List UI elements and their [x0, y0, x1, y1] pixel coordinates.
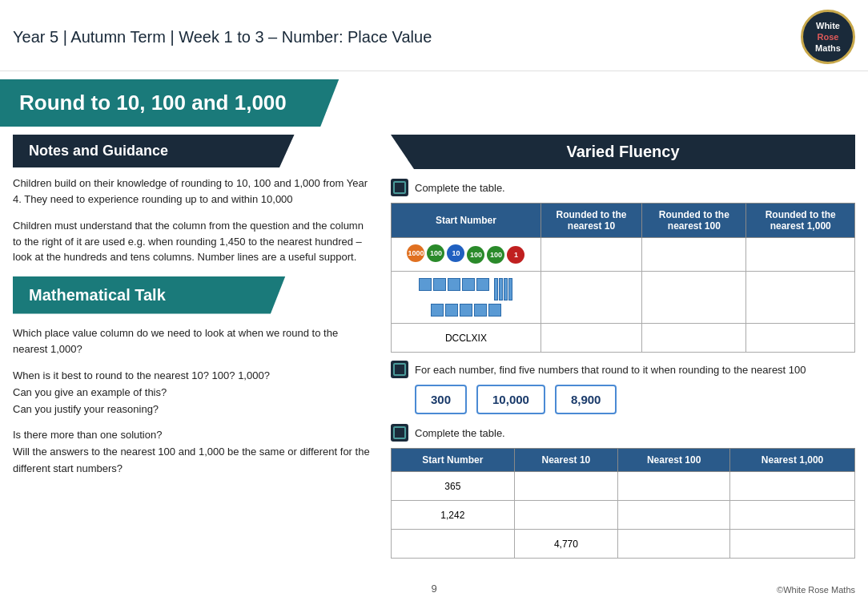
table2-row1-n100	[618, 472, 730, 501]
notes-para2: Children must understand that the column…	[13, 218, 372, 265]
table2-row3-n1000	[730, 530, 855, 559]
cube-display	[400, 278, 532, 317]
task3-label: Complete the table.	[415, 424, 505, 442]
table1-header-r10: Rounded to the nearest 10	[540, 204, 642, 238]
varied-fluency-title: Varied Fluency	[410, 143, 836, 161]
circles-display: 1000 100 10 100 100 1	[400, 244, 532, 264]
num-box-10000: 10,000	[476, 385, 545, 414]
varied-fluency-header: Varied Fluency	[391, 135, 855, 169]
task2-numbers-row: 300 10,000 8,900	[415, 385, 855, 414]
table1-row1-r100	[642, 238, 746, 272]
page-footer: 9	[0, 583, 868, 595]
table1-row1-r1000	[746, 238, 855, 272]
copyright-text: ©White Rose Maths	[777, 585, 855, 595]
table-row: 4,770	[392, 530, 855, 559]
table1-row2-r10	[540, 272, 642, 324]
section-title-bar: Round to 10, 100 and 1,000	[0, 79, 368, 127]
table2-row1-n1000	[730, 472, 855, 501]
main-content: Notes and Guidance Children build on the…	[0, 127, 868, 567]
table1-row2-r1000	[746, 272, 855, 324]
table1-row3-r10	[540, 324, 642, 353]
right-column: Varied Fluency Complete the table. Start…	[384, 127, 868, 567]
task2-label: For each number, find five numbers that …	[415, 361, 806, 378]
task3-row: Complete the table.	[391, 424, 855, 442]
table2-header-n10: Nearest 10	[514, 449, 617, 472]
notes-guidance-header: Notes and Guidance	[13, 135, 309, 167]
table2-row2-n10	[514, 501, 617, 530]
mathematical-talk-header: Mathematical Talk	[13, 276, 309, 314]
table1-header-start: Start Number	[392, 204, 541, 238]
table-row: 365	[392, 472, 855, 501]
page-number: 9	[431, 583, 436, 595]
table1-header-r1000: Rounded to the nearest 1,000	[746, 204, 855, 238]
table2-row2-start: 1,242	[392, 501, 515, 530]
table2: Start Number Nearest 10 Nearest 100 Near…	[391, 448, 855, 559]
header-title: Year 5 | Autumn Term | Week 1 to 3 – Num…	[13, 28, 432, 46]
table2-row3-n100	[618, 530, 730, 559]
task1-row: Complete the table.	[391, 179, 855, 196]
page-header: Year 5 | Autumn Term | Week 1 to 3 – Num…	[0, 0, 868, 71]
table1-row1-r10	[540, 238, 642, 272]
table2-row3-start	[392, 530, 515, 559]
left-column: Notes and Guidance Children build on the…	[0, 127, 384, 567]
circle-1000: 1000	[407, 244, 424, 262]
table2-row2-n1000	[730, 501, 855, 530]
talk-question-1: Which place value column do we need to l…	[13, 325, 372, 359]
task2-bullet-icon	[391, 361, 408, 378]
notes-para1: Children build on their knowledge of rou…	[13, 175, 372, 207]
copyright: ©White Rose Maths	[777, 585, 855, 595]
circle-100a: 100	[427, 244, 444, 262]
table2-header-n1000: Nearest 1,000	[730, 449, 855, 472]
mathematical-talk-title: Mathematical Talk	[29, 286, 293, 305]
task2-row: For each number, find five numbers that …	[391, 361, 855, 378]
circle-100c: 100	[487, 246, 504, 264]
logo-line2: Rose	[818, 31, 839, 42]
talk-question-3: Is there more than one solution? Will th…	[13, 427, 372, 477]
circle-100b: 100	[467, 246, 484, 264]
table1-header-r100: Rounded to the nearest 100	[642, 204, 746, 238]
table-row	[392, 272, 855, 324]
table2-row3-n10: 4,770	[514, 530, 617, 559]
table-row: 1,242	[392, 501, 855, 530]
notes-guidance-title: Notes and Guidance	[29, 143, 293, 159]
table2-header-start: Start Number	[392, 449, 515, 472]
table2-row1-start: 365	[392, 472, 515, 501]
varied-fluency-content: Complete the table. Start Number Rounded…	[391, 179, 855, 559]
table2-header-n100: Nearest 100	[618, 449, 730, 472]
section-title: Round to 10, 100 and 1,000	[19, 91, 349, 115]
table1: Start Number Rounded to the nearest 10 R…	[391, 203, 855, 353]
num-box-300: 300	[415, 385, 467, 414]
task1-bullet-icon	[391, 179, 408, 196]
task3-bullet-icon	[391, 424, 408, 442]
talk-question-2: When is it best to round to the nearest …	[13, 368, 372, 417]
table1-row2-r100	[642, 272, 746, 324]
table2-row2-n100	[618, 501, 730, 530]
table2-row1-n10	[514, 472, 617, 501]
table1-row2-start	[392, 272, 541, 324]
circle-1: 1	[507, 246, 524, 264]
table1-row3-r1000	[746, 324, 855, 353]
logo-line1: White	[816, 20, 840, 31]
white-rose-maths-logo: White Rose Maths	[801, 10, 855, 64]
task1-label: Complete the table.	[415, 179, 505, 196]
table1-row1-start: 1000 100 10 100 100 1	[392, 238, 541, 272]
num-box-8900: 8,900	[555, 385, 617, 414]
circle-10: 10	[447, 244, 464, 262]
table1-row3-r100	[642, 324, 746, 353]
table-row: 1000 100 10 100 100 1	[392, 238, 855, 272]
table1-row3-start: DCCLXIX	[392, 324, 541, 353]
logo-line3: Maths	[815, 42, 841, 54]
table-row: DCCLXIX	[392, 324, 855, 353]
